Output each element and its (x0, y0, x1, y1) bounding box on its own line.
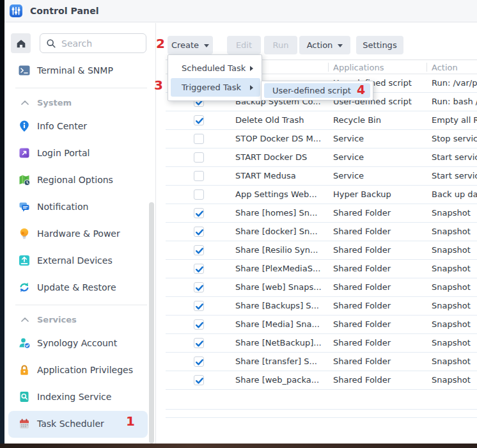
application-cell: Shared Folder (333, 227, 424, 236)
action-cell: Snapshot (432, 319, 477, 329)
sidebar-item-application-privileges[interactable]: Application Privileges (4, 361, 153, 379)
edit-button[interactable]: Edit (227, 36, 261, 54)
annotation-step-4: 4 (357, 84, 365, 96)
table-row[interactable]: Share [PlexMediaS... Shared Folder Snaps… (166, 260, 477, 278)
sidebar-item-synology-account[interactable]: Synology Account (4, 334, 153, 352)
edit-button-label: Edit (236, 40, 252, 50)
home-icon (15, 38, 27, 49)
task-name-cell: Share [transfer] S... (235, 356, 326, 366)
sidebar-item-login-portal[interactable]: Login Portal (4, 144, 153, 162)
menu-item-scheduled-task[interactable]: Scheduled Task (171, 59, 260, 77)
task-name-cell: Share [docker] Sn... (235, 227, 326, 236)
task-name-cell: START Docker DS (235, 152, 326, 162)
run-button-label: Run (273, 40, 289, 50)
table-row[interactable]: START Medusa Service Start servic (166, 167, 477, 186)
sidebar-item-notification[interactable]: Notification (4, 198, 153, 216)
task-name-cell: Delete Old Trash (235, 115, 326, 125)
action-cell: Back up da (432, 189, 477, 199)
action-cell: Snapshot (432, 375, 477, 385)
row-checkbox[interactable] (194, 356, 204, 367)
table-row[interactable]: Share [web] Snaps... Shared Folder Snaps… (166, 278, 477, 297)
application-cell: Shared Folder (333, 264, 424, 273)
row-checkbox[interactable] (194, 264, 204, 274)
sidebar-item-label: Login Portal (37, 148, 90, 158)
task-name-cell: Share [homes] Sn... (235, 208, 326, 218)
row-checkbox[interactable] (194, 115, 204, 125)
settings-button[interactable]: Settings (356, 36, 403, 54)
row-checkbox[interactable] (194, 227, 204, 237)
task-name-cell: STOP Docker DS M... (235, 134, 326, 143)
home-button[interactable] (11, 33, 31, 53)
action-cell: Snapshot (432, 301, 477, 310)
create-button[interactable]: Create (168, 36, 213, 54)
table-row[interactable]: App Settings Web... Hyper Backup Back up… (166, 186, 477, 204)
sidebar-item-label: Indexing Service (37, 392, 111, 402)
sidebar-item-regional-options[interactable]: Regional Options (4, 171, 153, 189)
menu-item-label: User-defined script (272, 86, 351, 95)
table-row[interactable]: START Docker DS Service Start servic (166, 148, 477, 167)
sidebar-item-label: Hardware & Power (37, 228, 120, 239)
hardware-power-icon (18, 227, 31, 240)
sidebar-item-label: Task Scheduler (37, 419, 104, 429)
row-checkbox[interactable] (194, 134, 204, 144)
sidebar: Search Terminal & SNMP System Info Cente… (4, 23, 156, 444)
chevron-up-icon (21, 317, 29, 322)
table-row[interactable]: Share [homes] Sn... Shared Folder Snapsh… (166, 204, 477, 223)
checkmark-icon (194, 264, 205, 275)
table-row[interactable]: Share [web_packa... Shared Folder Snapsh… (166, 371, 477, 390)
table-footer-line (166, 409, 477, 410)
task-name-cell: START Medusa (235, 171, 326, 180)
menu-item-triggered-task[interactable]: Triggered Task (171, 78, 260, 97)
application-cell: Shared Folder (333, 208, 424, 218)
checkmark-icon (194, 320, 205, 330)
sidebar-item-terminal-snmp[interactable]: Terminal & SNMP (4, 61, 153, 79)
annotation-step-3: 3 (154, 79, 163, 92)
application-cell: Service (333, 171, 424, 180)
sidebar-item-hardware-power[interactable]: Hardware & Power (4, 225, 153, 243)
sidebar-scrollbar[interactable] (149, 202, 154, 444)
column-header-action[interactable]: Action (432, 63, 458, 72)
row-checkbox[interactable] (194, 152, 204, 163)
menu-item-user-defined-script[interactable]: User-defined script (264, 83, 370, 98)
menu-item-label: Scheduled Task (182, 63, 246, 73)
task-name-cell: Share [web] Snaps... (235, 282, 326, 292)
row-checkbox[interactable] (194, 208, 204, 218)
table-row[interactable]: Share [NetBackup]... Shared Folder Snaps… (166, 334, 477, 353)
table-row[interactable]: STOP Docker DS M... Service Stop servic (166, 130, 477, 148)
action-cell: Start servic (432, 152, 477, 162)
search-input[interactable]: Search (40, 33, 146, 53)
table-row[interactable]: Delete Old Trash Recycle Bin Empty all R (166, 111, 477, 130)
section-header-label: Services (37, 315, 77, 324)
sidebar-section-services[interactable]: Services (4, 312, 153, 326)
desktop-wallpaper-left (0, 0, 4, 448)
run-button[interactable]: Run (264, 36, 297, 54)
row-checkbox[interactable] (194, 171, 204, 181)
action-button[interactable]: Action (299, 36, 350, 54)
row-checkbox[interactable] (194, 375, 204, 385)
row-checkbox[interactable] (194, 338, 204, 348)
checkmark-icon (194, 357, 205, 367)
sidebar-item-update-restore[interactable]: Update & Restore (4, 278, 153, 296)
row-checkbox[interactable] (194, 189, 204, 200)
sidebar-section-system[interactable]: System (4, 95, 153, 109)
table-row[interactable]: Share [Backups] S... Shared Folder Snaps… (166, 297, 477, 316)
table-row[interactable]: Share [Resilio Syn... Shared Folder Snap… (166, 241, 477, 260)
table-body: User-defined script Run: /var/p Backup S… (166, 74, 477, 390)
row-checkbox[interactable] (194, 301, 204, 311)
submenu-arrow-icon (250, 85, 253, 90)
sidebar-item-info-center[interactable]: Info Center (4, 117, 153, 135)
action-cell: Snapshot (432, 356, 477, 366)
sidebar-item-label: Info Center (37, 121, 87, 131)
row-checkbox[interactable] (194, 282, 204, 292)
table-row[interactable]: Share [docker] Sn... Shared Folder Snaps… (166, 223, 477, 241)
column-header-applications[interactable]: Applications (333, 63, 384, 72)
row-checkbox[interactable] (194, 245, 204, 255)
row-checkbox[interactable] (194, 319, 204, 330)
table-row[interactable]: Share [transfer] S... Shared Folder Snap… (166, 353, 477, 371)
application-cell: Hyper Backup (333, 189, 424, 199)
sidebar-item-external-devices[interactable]: External Devices (4, 252, 153, 269)
table-row[interactable]: Share [Media] Sna... Shared Folder Snaps… (166, 316, 477, 334)
application-privileges-icon (18, 364, 31, 376)
section-header-label: System (37, 98, 72, 108)
sidebar-item-indexing-service[interactable]: Indexing Service (4, 388, 153, 406)
